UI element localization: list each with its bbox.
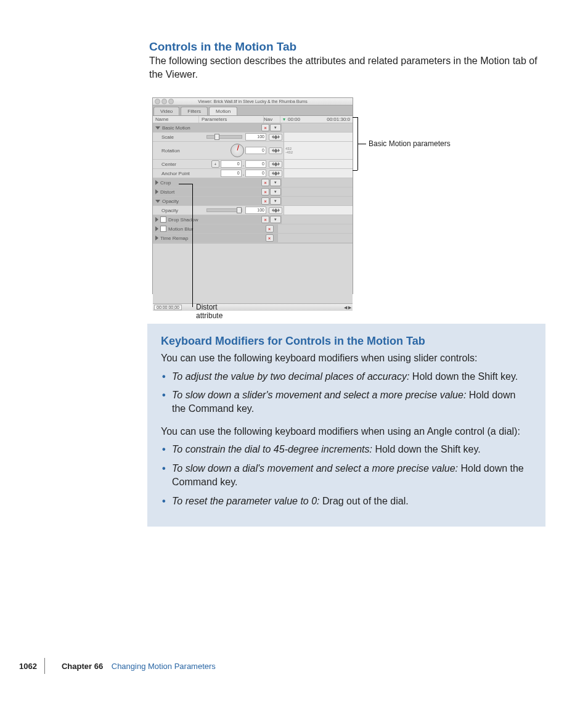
rotation-value[interactable]: 0 [245,147,266,154]
keyframe-control[interactable] [269,170,282,177]
motion-blur-checkbox[interactable] [160,226,166,232]
reset-button[interactable]: × [261,188,269,195]
label-rotation: Rotation [161,148,180,154]
scale-value[interactable]: 100 [245,133,266,141]
page-number: 1062 [19,662,37,671]
timecode-out: 00:01:30:0 [327,116,350,123]
column-header-row: Name Parameters Nav ▾ 00:00 00:01:30:0 [153,116,353,123]
disclosure-down-icon[interactable] [155,126,160,129]
comma: , [243,171,244,176]
disclosure-right-icon[interactable] [155,217,158,222]
window-titlebar: Viewer: Brick Wall.tif in Steve Lucky & … [153,98,353,105]
anchor-y[interactable]: 0 [245,170,266,177]
reset-button[interactable]: × [266,234,274,242]
rotation-track-min: -432 [285,150,353,154]
list-item-em: To slow down a slider's movement and sel… [172,390,466,400]
disclosure-down-icon[interactable] [155,200,160,203]
viewer-tabs: Video Filters Motion [153,105,353,116]
callout-basic-motion: Basic Motion parameters [353,117,476,173]
row-anchor-point: Anchor Point 0,0 [153,169,353,178]
row-rotation: Rotation 0 432 -432 [153,142,353,160]
keyboard-intro-sliders: You can use the following keyboard modif… [161,351,532,365]
comma: , [243,162,244,167]
reset-button[interactable]: × [261,124,269,131]
list-item-em: To constrain the dial to 45-degree incre… [172,444,372,454]
callout-distort-label: Distort attribute [196,303,240,320]
rotation-dial[interactable] [231,144,244,157]
label-distort: Distort [160,189,174,195]
disclosure-right-icon[interactable] [155,189,158,194]
reset-button[interactable]: × [261,216,269,223]
window-title: Viewer: Brick Wall.tif in Steve Lucky & … [198,99,307,104]
page-footer: 1062 Chapter 66 Changing Motion Paramete… [44,658,216,674]
keyframe-control[interactable] [269,207,282,214]
current-timecode[interactable]: 00:00:00;00 [154,305,182,310]
row-center: Center +0,0 [153,160,353,169]
section-heading-keyboard: Keyboard Modifiers for Controls in the M… [161,335,532,348]
list-item-em: To slow down a dial's movement and selec… [172,463,458,474]
tab-video[interactable]: Video [153,107,179,115]
tab-filters[interactable]: Filters [181,107,208,115]
group-basic-motion[interactable]: Basic Motion ×▾ [153,123,353,133]
col-name: Name [153,116,199,123]
reset-button[interactable]: × [261,197,269,205]
col-nav: Nav [264,116,280,123]
keyframe-control[interactable] [269,134,282,141]
reset-button[interactable]: × [266,225,274,232]
label-basic-motion: Basic Motion [162,125,190,131]
keyframe-menu-button[interactable]: ▾ [270,216,281,223]
anchor-x[interactable]: 0 [221,170,242,177]
callout-distort: Distort attribute [179,184,240,313]
disclosure-right-icon[interactable] [155,226,158,231]
keyboard-intro-dial: You can use the following keyboard modif… [161,425,532,438]
label-scale: Scale [161,134,174,140]
center-y[interactable]: 0 [245,160,266,168]
playhead-icon: ▾ [283,116,285,123]
disclosure-right-icon[interactable] [155,180,158,185]
row-scale: Scale 100 [153,133,353,142]
scale-slider[interactable] [206,135,242,139]
chapter-name: Changing Motion Parameters [112,662,216,671]
label-crop: Crop [160,180,171,186]
list-item: To slow down a slider's movement and sel… [169,388,532,416]
slider-modifier-list: To adjust the value by two decimal place… [161,370,532,416]
keyframe-menu-button[interactable]: ▾ [270,197,281,205]
col-timeline: ▾ 00:00 00:01:30:0 [280,116,353,123]
col-parameters: Parameters [199,116,264,123]
timecode-in: 00:00 [288,116,300,123]
keyframe-control[interactable] [269,161,282,168]
intro-paragraph: The following section describes the attr… [149,54,544,81]
disclosure-right-icon[interactable] [155,236,158,240]
drop-shadow-checkbox[interactable] [160,216,166,223]
list-item: To constrain the dial to 45-degree incre… [169,443,532,456]
callout-basic-motion-label: Basic Motion parameters [369,139,451,148]
keyframe-control[interactable] [269,147,282,154]
traffic-light-icons [155,99,174,104]
list-item: To slow down a dial's movement and selec… [169,462,532,490]
dial-modifier-list: To constrain the dial to 45-degree incre… [161,443,532,508]
list-item: To reset the parameter value to 0: Drag … [169,495,532,508]
keyboard-modifiers-panel: Keyboard Modifiers for Controls in the M… [147,324,545,527]
list-item-rest: Drag out of the dial. [320,496,409,506]
crosshair-icon[interactable]: + [211,160,219,168]
list-item: To adjust the value by two decimal place… [169,370,532,384]
keyframe-menu-button[interactable]: ▾ [270,179,281,186]
center-x[interactable]: 0 [221,160,242,168]
tab-motion[interactable]: Motion [209,107,237,115]
opacity-value[interactable]: 100 [245,207,266,214]
section-heading-controls: Controls in the Motion Tab [149,40,296,54]
label-opacity: Opacity [161,208,178,213]
chapter-label: Chapter 66 [62,662,103,671]
list-item-em: To adjust the value by two decimal place… [172,371,409,382]
list-item-em: To reset the parameter value to 0: [172,496,320,506]
scroll-controls-icon[interactable]: ◀ ▶ [344,305,351,310]
keyframe-menu-button[interactable]: ▾ [270,124,281,131]
label-anchor-point: Anchor Point [161,171,190,176]
label-center: Center [161,162,176,167]
reset-button[interactable]: × [261,179,269,186]
list-item-rest: Hold down the Shift key. [372,444,481,454]
label-opacity-group: Opacity [162,199,179,204]
keyframe-menu-button[interactable]: ▾ [270,188,281,195]
list-item-rest: Hold down the Shift key. [409,371,518,382]
